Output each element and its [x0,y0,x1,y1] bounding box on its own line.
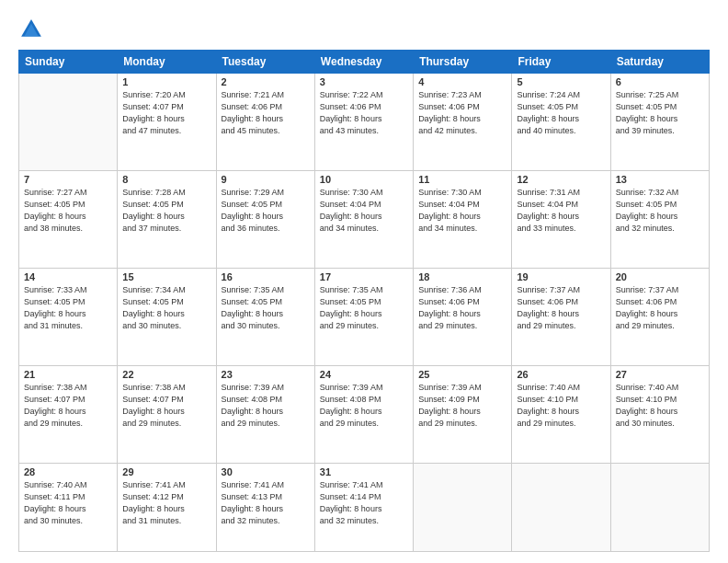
day-info: Sunrise: 7:30 AM Sunset: 4:04 PM Dayligh… [418,187,506,235]
day-info: Sunrise: 7:25 AM Sunset: 4:05 PM Dayligh… [616,89,704,137]
day-info: Sunrise: 7:30 AM Sunset: 4:04 PM Dayligh… [320,187,408,235]
day-number: 19 [517,271,605,282]
day-number: 22 [122,369,210,380]
calendar-cell: 15Sunrise: 7:34 AM Sunset: 4:05 PM Dayli… [118,268,216,365]
day-number: 23 [222,369,310,380]
calendar-cell: 11Sunrise: 7:30 AM Sunset: 4:04 PM Dayli… [414,170,512,268]
day-info: Sunrise: 7:39 AM Sunset: 4:08 PM Dayligh… [222,382,310,430]
calendar-header-row: SundayMondayTuesdayWednesdayThursdayFrid… [19,51,710,74]
day-info: Sunrise: 7:38 AM Sunset: 4:07 PM Dayligh… [122,382,210,430]
calendar-cell: 1Sunrise: 7:20 AM Sunset: 4:07 PM Daylig… [118,74,216,171]
calendar-cell: 31Sunrise: 7:41 AM Sunset: 4:14 PM Dayli… [314,463,413,551]
page: SundayMondayTuesdayWednesdayThursdayFrid… [0,0,728,563]
day-info: Sunrise: 7:40 AM Sunset: 4:10 PM Dayligh… [616,382,704,430]
day-number: 2 [222,76,310,87]
calendar-header-monday: Monday [118,51,216,74]
calendar-cell: 18Sunrise: 7:36 AM Sunset: 4:06 PM Dayli… [414,268,512,365]
calendar-header-thursday: Thursday [414,51,512,74]
day-info: Sunrise: 7:35 AM Sunset: 4:05 PM Dayligh… [222,284,310,332]
calendar-cell: 8Sunrise: 7:28 AM Sunset: 4:05 PM Daylig… [118,170,216,268]
day-info: Sunrise: 7:41 AM Sunset: 4:14 PM Dayligh… [320,479,408,527]
calendar-header-saturday: Saturday [610,51,709,74]
calendar-cell: 24Sunrise: 7:39 AM Sunset: 4:08 PM Dayli… [314,365,413,463]
day-info: Sunrise: 7:39 AM Sunset: 4:09 PM Dayligh… [418,382,506,430]
day-number: 12 [517,174,605,185]
day-info: Sunrise: 7:24 AM Sunset: 4:05 PM Dayligh… [517,89,605,137]
day-number: 24 [320,369,408,380]
day-number: 7 [24,174,112,185]
day-number: 17 [320,271,408,282]
day-number: 8 [122,174,210,185]
day-number: 1 [122,76,210,87]
calendar-cell: 27Sunrise: 7:40 AM Sunset: 4:10 PM Dayli… [610,365,709,463]
logo-icon [18,17,44,42]
day-number: 10 [320,174,408,185]
day-info: Sunrise: 7:22 AM Sunset: 4:06 PM Dayligh… [320,89,408,137]
calendar-header-wednesday: Wednesday [314,51,413,74]
calendar-cell: 10Sunrise: 7:30 AM Sunset: 4:04 PM Dayli… [314,170,413,268]
calendar-cell: 19Sunrise: 7:37 AM Sunset: 4:06 PM Dayli… [512,268,610,365]
day-info: Sunrise: 7:40 AM Sunset: 4:10 PM Dayligh… [517,382,605,430]
day-number: 30 [222,466,310,477]
day-number: 15 [122,271,210,282]
day-info: Sunrise: 7:20 AM Sunset: 4:07 PM Dayligh… [122,89,210,137]
calendar-cell: 12Sunrise: 7:31 AM Sunset: 4:04 PM Dayli… [512,170,610,268]
calendar-cell: 17Sunrise: 7:35 AM Sunset: 4:05 PM Dayli… [314,268,413,365]
calendar-cell: 14Sunrise: 7:33 AM Sunset: 4:05 PM Dayli… [19,268,118,365]
calendar-cell: 22Sunrise: 7:38 AM Sunset: 4:07 PM Dayli… [118,365,216,463]
calendar-cell [512,463,610,551]
calendar-week-3: 14Sunrise: 7:33 AM Sunset: 4:05 PM Dayli… [19,268,710,365]
day-info: Sunrise: 7:21 AM Sunset: 4:06 PM Dayligh… [222,89,310,137]
calendar-header-sunday: Sunday [19,51,118,74]
calendar-cell: 6Sunrise: 7:25 AM Sunset: 4:05 PM Daylig… [610,74,709,171]
calendar-cell: 16Sunrise: 7:35 AM Sunset: 4:05 PM Dayli… [216,268,314,365]
day-number: 13 [616,174,704,185]
calendar-cell: 9Sunrise: 7:29 AM Sunset: 4:05 PM Daylig… [216,170,314,268]
calendar-header-tuesday: Tuesday [216,51,314,74]
day-info: Sunrise: 7:35 AM Sunset: 4:05 PM Dayligh… [320,284,408,332]
calendar-cell: 2Sunrise: 7:21 AM Sunset: 4:06 PM Daylig… [216,74,314,171]
day-number: 5 [517,76,605,87]
day-number: 3 [320,76,408,87]
calendar: SundayMondayTuesdayWednesdayThursdayFrid… [18,50,710,552]
calendar-cell: 23Sunrise: 7:39 AM Sunset: 4:08 PM Dayli… [216,365,314,463]
calendar-week-2: 7Sunrise: 7:27 AM Sunset: 4:05 PM Daylig… [19,170,710,268]
day-info: Sunrise: 7:41 AM Sunset: 4:12 PM Dayligh… [122,479,210,527]
day-info: Sunrise: 7:34 AM Sunset: 4:05 PM Dayligh… [122,284,210,332]
calendar-cell: 28Sunrise: 7:40 AM Sunset: 4:11 PM Dayli… [19,463,118,551]
calendar-cell: 30Sunrise: 7:41 AM Sunset: 4:13 PM Dayli… [216,463,314,551]
calendar-cell: 21Sunrise: 7:38 AM Sunset: 4:07 PM Dayli… [19,365,118,463]
day-info: Sunrise: 7:39 AM Sunset: 4:08 PM Dayligh… [320,382,408,430]
day-info: Sunrise: 7:38 AM Sunset: 4:07 PM Dayligh… [24,382,112,430]
day-number: 6 [616,76,704,87]
day-info: Sunrise: 7:33 AM Sunset: 4:05 PM Dayligh… [24,284,112,332]
day-info: Sunrise: 7:32 AM Sunset: 4:05 PM Dayligh… [616,187,704,235]
day-number: 21 [24,369,112,380]
day-info: Sunrise: 7:23 AM Sunset: 4:06 PM Dayligh… [418,89,506,137]
day-info: Sunrise: 7:40 AM Sunset: 4:11 PM Dayligh… [24,479,112,527]
day-number: 18 [418,271,506,282]
day-info: Sunrise: 7:29 AM Sunset: 4:05 PM Dayligh… [222,187,310,235]
day-number: 31 [320,466,408,477]
header [18,17,710,42]
day-number: 4 [418,76,506,87]
calendar-cell: 13Sunrise: 7:32 AM Sunset: 4:05 PM Dayli… [610,170,709,268]
day-number: 14 [24,271,112,282]
calendar-cell: 3Sunrise: 7:22 AM Sunset: 4:06 PM Daylig… [314,74,413,171]
day-number: 27 [616,369,704,380]
calendar-cell: 7Sunrise: 7:27 AM Sunset: 4:05 PM Daylig… [19,170,118,268]
day-info: Sunrise: 7:41 AM Sunset: 4:13 PM Dayligh… [222,479,310,527]
calendar-cell: 5Sunrise: 7:24 AM Sunset: 4:05 PM Daylig… [512,74,610,171]
day-info: Sunrise: 7:37 AM Sunset: 4:06 PM Dayligh… [616,284,704,332]
day-number: 11 [418,174,506,185]
calendar-week-5: 28Sunrise: 7:40 AM Sunset: 4:11 PM Dayli… [19,463,710,551]
calendar-week-4: 21Sunrise: 7:38 AM Sunset: 4:07 PM Dayli… [19,365,710,463]
day-info: Sunrise: 7:28 AM Sunset: 4:05 PM Dayligh… [122,187,210,235]
calendar-cell: 29Sunrise: 7:41 AM Sunset: 4:12 PM Dayli… [118,463,216,551]
day-number: 16 [222,271,310,282]
day-number: 29 [122,466,210,477]
day-number: 9 [222,174,310,185]
calendar-cell [414,463,512,551]
day-number: 26 [517,369,605,380]
day-number: 20 [616,271,704,282]
